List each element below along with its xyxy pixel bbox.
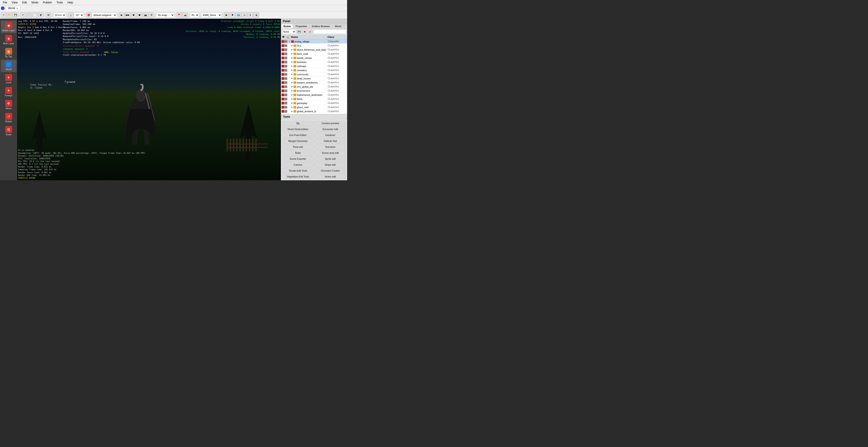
world-tab-close[interactable]: × [17, 7, 18, 9]
menu-file[interactable]: File [2, 0, 8, 5]
toolbar-misc4[interactable]: ⚠ [242, 12, 247, 18]
toolbar-flag[interactable]: 🚩 [177, 12, 182, 18]
toolbar-stop[interactable]: ⏹ [137, 12, 142, 18]
toolbar-cut[interactable]: ✂ [20, 12, 26, 18]
tool-env-point-editor-button[interactable]: Env Point Editor [282, 132, 314, 138]
tree-row[interactable]: ▶ DLC CLayerGro [281, 43, 347, 48]
toolbar-save[interactable]: 💾 [13, 12, 18, 18]
tool-stripe-edit-button[interactable]: Stripe edit [314, 162, 346, 168]
tree-row[interactable]: ▶ back_road CLayerGro [281, 52, 347, 56]
tree-row[interactable]: ▶ ghoul_nest CLayerGro [281, 105, 347, 109]
tool-merged-geometry-button[interactable]: Merged Geometry [282, 138, 314, 144]
tree-row[interactable]: ▶ cellmaps CLayerGro [281, 64, 347, 68]
sidebar-tool-local[interactable]: ● Local [1, 73, 17, 85]
tool-terrain-edit-tools-button[interactable]: Terrain Edit Tools [282, 168, 314, 173]
toolbar-copy[interactable]: 📋 [26, 12, 32, 18]
layer-remove-btn[interactable]: ✖ [302, 29, 307, 34]
tree-view[interactable]: ▼ prolog_village CGameWo ▶ DLC CLayerGro [281, 39, 347, 114]
tab-entities-browser[interactable]: Entities Browser [310, 24, 333, 29]
tool-test-anim-button[interactable]: Test Anim [314, 144, 346, 150]
tab-world[interactable]: World [333, 24, 344, 29]
toolbar-misc2[interactable]: ✖ [230, 12, 235, 18]
tool-sprite-edit-button[interactable]: Sprite edit [314, 156, 346, 162]
toolbar-record[interactable]: ⏺ [131, 12, 136, 18]
tool-occlusion-cooker-button[interactable]: Occlusion Cooker [314, 168, 346, 173]
sidebar-tool-world[interactable]: 🌐 World [1, 60, 17, 72]
toolbar-delete[interactable]: 🗑 [38, 12, 43, 18]
toolbar-new[interactable]: + [1, 12, 6, 18]
tree-row[interactable]: ▶ global_ambient_fx CLayerGro [281, 109, 347, 113]
tab-properties[interactable]: Properties [293, 24, 309, 29]
expand-arrow[interactable]: ▶ [291, 44, 293, 46]
tool-scene-exporter-button[interactable]: Scene Exporter [282, 156, 314, 162]
layer-circle-btn[interactable]: ⊙ [308, 29, 312, 34]
menu-tools[interactable]: Tools [56, 0, 64, 5]
layer-search-input[interactable] [313, 29, 346, 34]
world-tab[interactable]: World × [5, 6, 20, 10]
tree-row[interactable]: ▶ featherwood_landmarks CLayerGro [281, 93, 347, 97]
sidebar-tool-active-layer[interactable]: ◆ Active Layer [1, 21, 17, 33]
tool-gardener-button[interactable]: Gardener [314, 132, 346, 138]
toolbar-misc1[interactable]: ▶ [224, 12, 229, 18]
toolbar-play[interactable]: ▶ [119, 12, 124, 18]
language-dropdown[interactable]: RU [190, 12, 199, 18]
emm-dropdown[interactable]: EMM_None [201, 12, 222, 18]
tree-row[interactable]: ▶ eastern_woodsmen CLayerGro [281, 80, 347, 84]
tree-row[interactable]: ▶ dead_horses CLayerGro [281, 76, 347, 80]
redgame-dropdown[interactable]: default.redgame [92, 12, 117, 18]
layer-save-btn[interactable]: 💾 [297, 29, 302, 34]
toolbar-rot-icon[interactable]: △ [68, 12, 73, 18]
tree-row[interactable]: ▶ gameplay CLayerGro [281, 101, 347, 105]
tool-pathlib-tool-button[interactable]: PathLib Tool [314, 138, 346, 144]
toolbar-redgame-icon[interactable]: 🔴 [86, 12, 91, 18]
tool-encounter-edit-button[interactable]: Encounter edit [314, 127, 346, 132]
tool-pivot-edit-button[interactable]: Pivot edit [282, 144, 314, 150]
toolbar-misc6[interactable]: 🔌 [253, 12, 259, 18]
menu-mode[interactable]: Mode [31, 0, 39, 5]
sidebar-tool-scale[interactable]: ⊞ Scale [1, 125, 17, 137]
sidebar-tool-move[interactable]: ✥ Move [1, 99, 17, 111]
tool-reset-destructibles-button[interactable]: Reset Destructibles [282, 127, 314, 132]
toolbar-car[interactable]: 🚗 [182, 12, 188, 18]
tree-row[interactable]: ▶ env_global_pbr CLayerGro [281, 84, 347, 89]
toolbar-misc3[interactable]: 🌍 [236, 12, 241, 18]
tool-vegetation-edit-tools-button[interactable]: Vegetation Edit Tools [282, 174, 314, 179]
menu-view[interactable]: View [11, 0, 19, 5]
menu-publish[interactable]: Publish [42, 0, 53, 5]
tree-row[interactable]: ▶ bandit_camps CLayerGro [281, 56, 347, 60]
tree-row[interactable]: ▶ about_fisherman_and_bear CLayerGro [281, 48, 347, 52]
tree-row[interactable]: ▶ environment CLayerGro [281, 89, 347, 93]
toolbar-grid[interactable]: ⊞ [46, 12, 51, 18]
toolbar-paste[interactable]: 📄 [32, 12, 38, 18]
tool-bg-button[interactable]: Bg [282, 121, 314, 126]
grid-size-dropdown[interactable]: 10 cm [53, 12, 66, 18]
toolbar-cam[interactable]: 📷 [143, 12, 148, 18]
tree-row[interactable]: ▼ prolog_village CGameWo [281, 39, 347, 43]
tree-row[interactable]: ▶ community CLayerGro [281, 72, 347, 76]
tool-vertex-edit-button[interactable]: Vertex edit [314, 174, 346, 179]
tree-row[interactable]: ▶ fields CLayerGro [281, 97, 347, 101]
sidebar-tool-rotate[interactable]: ↺ Rotate [1, 111, 17, 124]
sidebar-tool-by-tag[interactable]: ◉ By Tag [1, 46, 17, 59]
tree-row[interactable]: ▶ cemetery CLayerGro [281, 68, 347, 72]
viewport[interactable]: avg FPS: 9.67 ■ min FPS: 10.00 GAMEPLAY … [17, 19, 281, 180]
toolbar-misc5[interactable]: ℹ [248, 12, 253, 18]
rotation-dropdown[interactable]: 15° [74, 12, 84, 18]
menu-edit[interactable]: Edit [21, 0, 28, 5]
tool-scene-area-edit-button[interactable]: Scene area edit [314, 150, 346, 156]
toolbar-play2[interactable]: ▶▶ [125, 12, 130, 18]
layer-dropdown[interactable]: None [282, 29, 296, 34]
sidebar-tool-multi-layer[interactable]: ◈ Multi Layer [1, 34, 17, 46]
tool-camera-preview-button[interactable]: Camera preview [314, 121, 346, 126]
tool-ruler-button[interactable]: Ruler [282, 150, 314, 156]
toolbar-open[interactable]: 📂 [7, 12, 12, 18]
tab-scene[interactable]: Scene [281, 24, 293, 29]
toolbar-extra[interactable]: ⚙ [149, 12, 154, 18]
tool-camera-button[interactable]: Camera [282, 162, 314, 168]
expand-arrow[interactable]: ▼ [289, 40, 290, 42]
tree-row[interactable]: ▶ beehives CLayerGro [281, 60, 347, 64]
snap-dropdown[interactable]: No snap [156, 12, 175, 18]
expand-arrow[interactable]: ▶ [291, 48, 293, 50]
menu-help[interactable]: Help [66, 0, 74, 5]
sidebar-tool-foreign[interactable]: ● Foreign [1, 85, 17, 98]
